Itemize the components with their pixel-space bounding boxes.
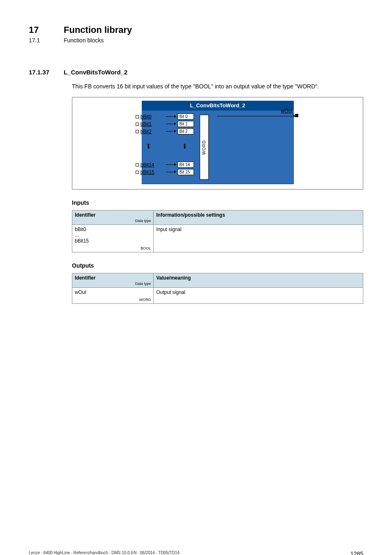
col-value: Value/meaning [154,273,363,288]
col-identifier: Identifier Data type [72,273,154,288]
table-row: bBit0 ... bBit15 BOOL Input signal [72,225,363,252]
section-description: This FB converts 16 bit input values of … [72,83,363,90]
input-bbit14: bBit14 [141,162,154,168]
input-port-icon [136,171,139,174]
arrow-icon [166,164,176,165]
identifier-line: ... [75,232,79,238]
output-wout: wOut [281,108,292,114]
identifier-line: bBit15 [75,238,89,244]
outputs-heading: Outputs [72,262,363,269]
col-identifier: Identifier Data type [72,210,154,225]
col-identifier-label: Identifier [75,275,96,281]
value-cell: Output signal [154,288,363,304]
inputs-table: Identifier Data type Information/possibl… [72,210,363,252]
datatype-label: Data type [75,282,151,286]
input-bbit1: bBit1 [141,121,152,127]
bit14-box: Bit 14 [178,162,194,168]
chapter-heading: 17 Function library [29,25,363,35]
chapter-number: 17 [29,25,51,35]
datatype-value: BOOL [75,246,151,250]
subchapter-number: 17.1 [29,37,51,44]
identifier-line: wOut [75,289,86,295]
arrow-icon [166,124,176,124]
identifier-cell: wOut WORD [72,288,154,304]
chapter-title: Function library [64,25,132,35]
arrow-icon [166,116,176,117]
divider [29,56,363,56]
section-title: L_ConvBitsToWord_2 [64,69,127,76]
info-cell: Input signal [154,225,363,252]
subchapter-heading: 17.1 Function blocks [29,37,363,44]
inputs-heading: Inputs [72,199,363,206]
bit0-box: Bit 0 [178,113,194,120]
datatype-label: Data type [75,219,151,223]
input-bbit0: bBit0 [141,114,152,120]
page-footer: Lenze · 8400 HighLine · Referenzhandbuch… [29,550,363,555]
arrow-icon [166,172,176,172]
subchapter-title: Function blocks [64,37,104,44]
outputs-table: Identifier Data type Value/meaning wOut … [72,273,363,304]
bit1-box: Bit 1 [178,121,194,127]
output-port [295,114,298,117]
diagram-title: L_ConvBitsToWord_2 [142,101,294,110]
word-label: WORD [202,140,206,155]
input-port-icon [136,123,139,126]
col-info: Information/possible settings [154,210,363,225]
ellipsis-icon: ▪▪▪ [147,143,150,148]
ellipsis-icon: ▪▪▪ [183,143,187,148]
input-port-icon [136,115,139,118]
word-box: WORD [200,115,209,180]
arrow-icon [217,116,295,116]
col-identifier-label: Identifier [75,212,96,218]
identifier-line: bBit0 [75,227,86,232]
output-port-icon [295,114,298,117]
function-block-body: bBit0 bBit1 bBit2 ▪▪▪ bBi [142,110,294,184]
input-bbit2: bBit2 [141,129,152,134]
table-row: wOut WORD Output signal [72,288,363,304]
input-port-icon [136,163,139,166]
datatype-value: WORD [75,298,151,302]
page-number: 1285 [350,550,363,555]
bit2-box: Bit 2 [178,128,194,134]
footer-text: Lenze · 8400 HighLine · Referenzhandbuch… [29,550,180,555]
identifier-cell: bBit0 ... bBit15 BOOL [72,225,154,252]
input-bbit15: bBit15 [141,169,154,175]
input-port-icon [136,130,139,133]
section-number: 17.1.37 [29,69,51,76]
arrow-icon [166,131,176,132]
block-diagram: L_ConvBitsToWord_2 bBit0 bBit1 bBit2 [72,97,363,190]
bit15-box: Bit 15 [178,169,194,175]
section-heading: 17.1.37 L_ConvBitsToWord_2 [29,69,363,76]
